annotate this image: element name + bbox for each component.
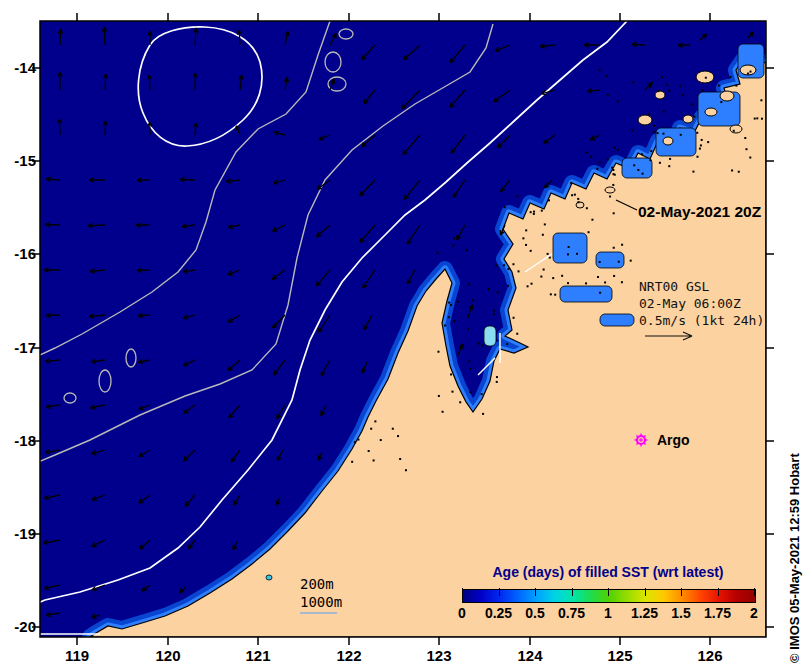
coast-speckle <box>607 159 609 161</box>
coast-speckle <box>495 264 497 266</box>
coast-speckle <box>614 147 616 149</box>
coast-speckle <box>693 116 695 118</box>
coast-speckle <box>487 288 489 290</box>
coast-speckle <box>543 269 545 271</box>
coast-speckle <box>453 237 455 239</box>
coast-speckle <box>679 85 681 87</box>
depth-200m-label: 200m <box>300 576 334 592</box>
coast-speckle <box>448 316 450 318</box>
coast-speckle <box>448 302 450 304</box>
coast-speckle <box>586 207 588 209</box>
coast-speckle <box>612 169 614 171</box>
colorbar-tick <box>462 588 463 596</box>
coast-speckle <box>512 263 514 265</box>
coast-speckle <box>701 139 703 141</box>
coast-speckle <box>368 450 370 452</box>
coast-speckle <box>585 282 587 284</box>
coast-speckle <box>554 294 556 296</box>
coast-speckle <box>749 157 751 159</box>
coast-speckle <box>506 343 508 345</box>
coast-speckle <box>750 71 752 73</box>
coast-speckle <box>450 304 452 306</box>
coast-speckle <box>696 156 698 158</box>
coast-speckle <box>692 171 694 173</box>
coast-speckle <box>452 244 454 246</box>
coast-speckle <box>442 411 444 413</box>
coastal-bay <box>560 286 612 302</box>
coast-speckle <box>450 373 452 375</box>
coast-speckle <box>604 281 606 283</box>
y-tick-label: -17 <box>0 339 36 356</box>
coast-speckle <box>550 293 552 295</box>
argo-marker <box>635 434 648 447</box>
island <box>720 91 734 101</box>
coast-speckle <box>609 196 611 198</box>
coast-speckle <box>657 90 659 92</box>
coast-speckle <box>457 301 459 303</box>
coast-speckle <box>707 141 709 143</box>
coast-speckle <box>517 195 519 197</box>
coast-speckle <box>668 90 670 92</box>
coast-speckle <box>747 73 749 75</box>
coast-speckle <box>666 84 668 86</box>
coast-speckle <box>653 131 655 133</box>
coast-speckle <box>577 198 579 200</box>
coast-speckle <box>700 144 702 146</box>
coast-speckle <box>437 351 439 353</box>
y-tick-label: -15 <box>0 152 36 169</box>
coast-speckle <box>472 299 474 301</box>
nrt-model-name: NRT00 GSL <box>639 279 709 294</box>
coast-speckle <box>659 162 661 164</box>
coast-speckle <box>613 247 615 249</box>
coast-speckle <box>570 182 572 184</box>
coast-speckle <box>618 261 620 263</box>
coast-speckle <box>617 149 619 151</box>
colorbar-tick <box>608 588 609 596</box>
coast-speckle <box>373 459 375 461</box>
nrt-vector-scale: 0.5m/s (1kt 24h) <box>639 313 764 328</box>
coast-speckle <box>380 439 382 441</box>
coast-speckle <box>613 212 615 214</box>
colorbar-tick <box>499 588 500 596</box>
coast-speckle <box>542 234 544 236</box>
coast-speckle <box>738 171 740 173</box>
coast-speckle <box>459 401 461 403</box>
coast-speckle <box>527 285 529 287</box>
coast-speckle <box>503 264 505 266</box>
island <box>683 115 693 123</box>
coastal-bay <box>596 252 624 268</box>
coast-speckle <box>533 211 535 213</box>
x-tick-label: 121 <box>228 647 288 664</box>
coast-speckle <box>599 161 601 163</box>
coast-speckle <box>552 277 554 279</box>
coast-speckle <box>614 174 616 176</box>
coast-speckle <box>650 150 652 152</box>
map-layers <box>38 21 766 637</box>
sst-age-map-figure: 119120121122123124125126 -14-15-16-17-18… <box>0 0 809 672</box>
coast-speckle <box>437 252 439 254</box>
colorbar-tick <box>645 588 646 596</box>
coastal-bay <box>266 575 272 580</box>
coast-speckle <box>522 237 524 239</box>
coast-speckle <box>761 118 763 120</box>
coast-speckle <box>438 395 440 397</box>
coast-speckle <box>567 253 569 255</box>
coast-speckle <box>756 117 758 119</box>
coast-speckle <box>663 110 665 112</box>
x-tick-label: 122 <box>319 647 379 664</box>
coast-speckle <box>482 345 484 347</box>
island <box>655 91 665 99</box>
y-tick-label: -19 <box>0 525 36 542</box>
coast-speckle <box>632 81 634 83</box>
island <box>576 202 584 208</box>
colorbar-tick-label: 2 <box>729 605 779 621</box>
y-tick-label: -20 <box>0 618 36 635</box>
coast-speckle <box>469 368 471 370</box>
colorbar <box>462 589 756 603</box>
coast-speckle <box>405 469 407 471</box>
coast-speckle <box>467 328 469 330</box>
coast-speckle <box>720 101 722 103</box>
coast-speckle <box>730 76 732 78</box>
colorbar-title: Age (days) of filled SST (wrt latest) <box>462 564 754 580</box>
coast-speckle <box>599 261 601 263</box>
